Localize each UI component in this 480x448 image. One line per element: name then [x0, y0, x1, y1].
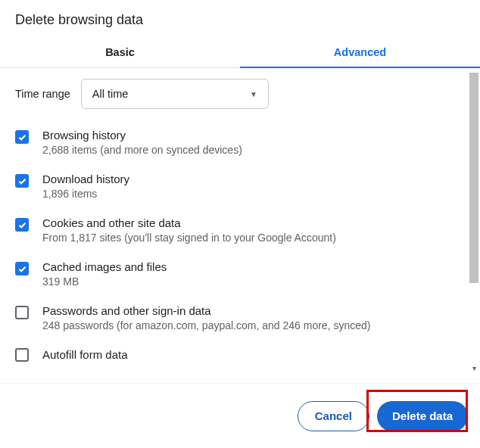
option-cookies: Cookies and other site data From 1,817 s… — [15, 216, 459, 244]
chevron-down-icon: ▼ — [250, 90, 257, 98]
checkbox-cookies[interactable] — [15, 218, 29, 232]
option-passwords: Passwords and other sign-in data 248 pas… — [15, 304, 459, 331]
option-subtitle: 319 MB — [42, 275, 459, 288]
option-subtitle: 2,688 items (and more on synced devices) — [42, 144, 459, 156]
checkbox-autofill[interactable] — [15, 348, 29, 362]
time-range-value: All time — [92, 88, 129, 100]
time-range-select[interactable]: All time ▼ — [81, 79, 269, 109]
dialog-title: Delete browsing data — [0, 0, 480, 39]
option-title: Autofill form data — [42, 348, 459, 361]
time-range-row: Time range All time ▼ — [15, 79, 459, 109]
delete-data-button[interactable]: Delete data — [377, 401, 468, 431]
option-subtitle: From 1,817 sites (you'll stay signed in … — [42, 232, 459, 244]
cancel-button[interactable]: Cancel — [298, 401, 369, 431]
tabs: Basic Advanced — [0, 39, 480, 68]
dialog-footer: Cancel Delete data — [0, 383, 480, 448]
checkbox-cache[interactable] — [15, 262, 29, 275]
checkbox-passwords[interactable] — [15, 306, 29, 319]
option-cache: Cached images and files 319 MB — [15, 260, 459, 288]
option-browsing-history: Browsing history 2,688 items (and more o… — [15, 129, 459, 156]
tab-basic[interactable]: Basic — [0, 39, 240, 67]
option-title: Cookies and other site data — [42, 216, 459, 229]
time-range-label: Time range — [15, 88, 70, 100]
option-subtitle: 248 passwords (for amazon.com, paypal.co… — [42, 319, 459, 331]
scrollbar-thumb[interactable] — [469, 73, 478, 283]
option-title: Passwords and other sign-in data — [42, 304, 459, 317]
option-title: Download history — [42, 173, 459, 185]
option-subtitle: 1,896 items — [42, 188, 459, 200]
content-scroll-area: Time range All time ▼ Browsing history 2… — [0, 68, 480, 372]
option-download-history: Download history 1,896 items — [15, 173, 459, 200]
option-autofill: Autofill form data — [15, 348, 459, 363]
checkbox-download-history[interactable] — [15, 174, 29, 188]
checkbox-browsing-history[interactable] — [15, 130, 29, 144]
scrollbar-down-arrow-icon[interactable]: ▾ — [470, 365, 478, 372]
option-title: Browsing history — [42, 129, 459, 142]
option-title: Cached images and files — [42, 260, 459, 273]
tab-advanced[interactable]: Advanced — [240, 39, 480, 67]
